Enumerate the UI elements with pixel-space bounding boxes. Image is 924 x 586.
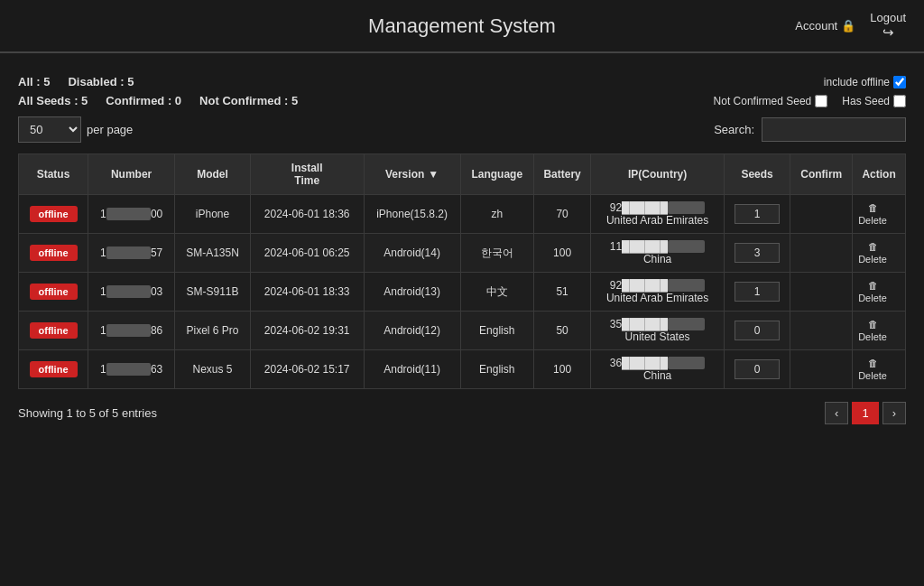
- cell-version: iPhone(15.8.2): [364, 195, 460, 234]
- per-page-select[interactable]: 50 25 100: [18, 116, 81, 143]
- cell-language: 中文: [460, 273, 533, 312]
- search-input[interactable]: [762, 117, 906, 142]
- cell-battery: 100: [533, 350, 590, 389]
- table-header-row: Status Number Model InstallTime Version …: [19, 154, 906, 195]
- include-offline-label[interactable]: include offline: [824, 76, 906, 88]
- cell-install-time: 2024-06-02 19:31: [250, 312, 364, 350]
- stats-left-2: All Seeds : 5 Confirmed : 0 Not Confirme…: [18, 94, 298, 107]
- cell-language: 한국어: [460, 234, 533, 273]
- has-seed-label[interactable]: Has Seed: [842, 95, 906, 107]
- footer-row: Showing 1 to 5 of 5 entries ‹ 1 ›: [18, 398, 906, 428]
- not-confirmed-seed-label[interactable]: Not Confirmed Seed: [714, 95, 828, 107]
- table-row: offline1 03SM-S911B2024-06-01 18:33Andro…: [19, 273, 906, 312]
- seeds-input[interactable]: [735, 359, 780, 379]
- page-1-button[interactable]: 1: [852, 402, 878, 424]
- version-sort-icon: ▼: [428, 168, 439, 181]
- cell-version: Android(11): [364, 350, 460, 389]
- cell-install-time: 2024-06-01 18:33: [250, 273, 364, 312]
- trash-icon: 🗑: [868, 241, 878, 252]
- seeds-input[interactable]: [735, 204, 780, 224]
- cell-status: offline: [19, 234, 88, 273]
- cell-status: offline: [19, 273, 88, 312]
- logout-icon: ↪: [882, 24, 894, 41]
- trash-icon: 🗑: [868, 358, 878, 368]
- lock-icon: 🔒: [841, 19, 855, 33]
- account-button[interactable]: Account 🔒: [795, 19, 855, 33]
- has-seed-checkbox[interactable]: [893, 95, 906, 107]
- pagination: ‹ 1 ›: [825, 402, 906, 424]
- seeds-input[interactable]: [735, 282, 780, 302]
- cell-install-time: 2024-06-01 06:25: [250, 234, 364, 273]
- delete-button[interactable]: 🗑Delete: [858, 202, 887, 226]
- logout-button[interactable]: Logout ↪: [870, 11, 906, 41]
- cell-action[interactable]: 🗑Delete: [853, 234, 906, 273]
- cell-confirm: [790, 234, 853, 273]
- cell-language: English: [460, 312, 533, 350]
- cell-ip: 92██████ United Arab Emirates: [591, 195, 724, 234]
- cell-seeds[interactable]: [724, 312, 790, 350]
- cell-ip: 92██████ United Arab Emirates: [591, 273, 724, 312]
- logout-label: Logout: [870, 11, 906, 24]
- delete-button[interactable]: 🗑Delete: [858, 319, 887, 342]
- cell-action[interactable]: 🗑Delete: [853, 350, 906, 389]
- cell-status: offline: [19, 195, 88, 234]
- cell-language: zh: [460, 195, 533, 234]
- cell-ip: 11██████ China: [591, 234, 724, 273]
- cell-action[interactable]: 🗑Delete: [853, 195, 906, 234]
- cell-seeds[interactable]: [724, 234, 790, 273]
- cell-status: offline: [19, 312, 88, 350]
- cell-version: Android(13): [364, 273, 460, 312]
- delete-button[interactable]: 🗑Delete: [858, 280, 887, 303]
- disabled-count: Disabled : 5: [68, 75, 134, 88]
- prev-page-button[interactable]: ‹: [825, 402, 848, 424]
- col-action: Action: [853, 154, 906, 195]
- col-version[interactable]: Version ▼: [364, 154, 460, 195]
- stats-right-1: include offline: [824, 76, 906, 88]
- col-battery: Battery: [533, 154, 590, 195]
- cell-seeds[interactable]: [724, 195, 790, 234]
- cell-version: Android(12): [364, 312, 460, 350]
- not-confirmed-seed-checkbox[interactable]: [815, 95, 827, 107]
- include-offline-checkbox[interactable]: [893, 76, 906, 88]
- cell-number: 1 86: [88, 312, 175, 350]
- cell-confirm: [790, 273, 853, 312]
- seeds-input[interactable]: [735, 243, 780, 263]
- cell-model: iPhone: [175, 195, 251, 234]
- cell-status: offline: [19, 350, 88, 389]
- cell-seeds[interactable]: [724, 350, 790, 389]
- stats-right-2: Not Confirmed Seed Has Seed: [714, 95, 906, 107]
- cell-number: 1 03: [88, 273, 175, 312]
- cell-number: 1 63: [88, 350, 175, 389]
- stats-row-2: All Seeds : 5 Confirmed : 0 Not Confirme…: [18, 94, 906, 107]
- cell-action[interactable]: 🗑Delete: [853, 312, 906, 350]
- all-seeds: All Seeds : 5: [18, 94, 88, 107]
- cell-seeds[interactable]: [724, 273, 790, 312]
- offline-badge: offline: [30, 284, 78, 300]
- seeds-input[interactable]: [735, 321, 780, 340]
- col-seeds: Seeds: [724, 154, 790, 195]
- cell-battery: 50: [533, 312, 590, 350]
- cell-confirm: [790, 312, 853, 350]
- cell-model: SM-A135N: [175, 234, 251, 273]
- cell-confirm: [790, 195, 853, 234]
- cell-number: 1 00: [88, 195, 175, 234]
- account-label: Account: [795, 19, 837, 33]
- col-install-time: InstallTime: [250, 154, 364, 195]
- search-row: Search:: [714, 117, 906, 142]
- table-row: offline1 57SM-A135N2024-06-01 06:25Andro…: [19, 234, 906, 273]
- showing-text: Showing 1 to 5 of 5 entries: [18, 406, 157, 420]
- all-count: All : 5: [18, 75, 50, 88]
- next-page-button[interactable]: ›: [882, 402, 906, 424]
- table-row: offline1 86Pixel 6 Pro2024-06-02 19:31An…: [19, 312, 906, 350]
- delete-button[interactable]: 🗑Delete: [858, 241, 887, 265]
- cell-ip: 35██████ United States: [591, 312, 724, 350]
- cell-action[interactable]: 🗑Delete: [853, 273, 906, 312]
- delete-button[interactable]: 🗑Delete: [858, 358, 887, 381]
- trash-icon: 🗑: [868, 280, 878, 291]
- cell-confirm: [790, 350, 853, 389]
- offline-badge: offline: [30, 322, 78, 339]
- cell-battery: 51: [533, 273, 590, 312]
- cell-ip: 36██████ China: [591, 350, 724, 389]
- stats-row-1: All : 5 Disabled : 5 include offline: [18, 75, 906, 88]
- offline-badge: offline: [30, 206, 78, 222]
